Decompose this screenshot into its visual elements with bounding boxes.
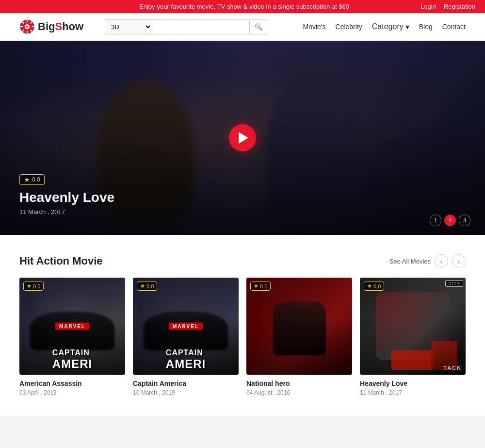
rating-value-2: 0.0: [146, 283, 154, 289]
search-area: 3D Movies TV Shows 🔍: [105, 19, 268, 34]
movie-rating-badge-1: ★ 0.0: [23, 282, 44, 291]
hero-dot-1[interactable]: 1: [430, 215, 441, 226]
hero-dot-2[interactable]: 2: [444, 215, 456, 226]
star-icon-2: ★: [140, 283, 145, 289]
marvel-badge-1: MARVEL: [55, 323, 89, 330]
hero-title: Heavenly Love: [19, 190, 114, 205]
section-title: Hit Action Movie: [19, 255, 103, 267]
movie-rating-badge-3: ★ 0.0: [250, 282, 271, 291]
movie-card-2[interactable]: MARVEL CAPTAINAMERI ★ 0.0 Captain Americ…: [133, 278, 239, 396]
hero-date: 11 March , 2017: [19, 208, 114, 216]
movie-card-4[interactable]: CITY TACK ★ 0.0 Heavenly Love 11 March ,…: [360, 278, 466, 396]
movies-section-header: Hit Action Movie See All Movies ‹ ›: [19, 254, 466, 268]
star-icon-1: ★: [27, 283, 32, 289]
hero-dot-3[interactable]: 3: [459, 215, 470, 226]
movie-date-3: 04 August , 2016: [246, 389, 352, 396]
search-input[interactable]: [152, 20, 249, 33]
movies-grid: MARVEL CAPTAINAMERI ★ 0.0 American Assas…: [19, 278, 466, 396]
movie-poster-2: MARVEL CAPTAINAMERI ★ 0.0: [133, 278, 239, 375]
search-button[interactable]: 🔍: [249, 20, 268, 33]
rating-value-3: 0.0: [260, 283, 267, 289]
star-icon: ★: [24, 176, 30, 183]
nav-contact[interactable]: Contact: [442, 23, 466, 31]
movie-poster-3: ★ 0.0: [246, 278, 352, 375]
nav-category-dropdown[interactable]: Category ▾: [372, 22, 409, 32]
top-banner: Enjoy your favourite movie, TV show & vi…: [0, 0, 485, 13]
logo-text: BigShow: [38, 20, 83, 33]
header: BigShow 3D Movies TV Shows 🔍 Movie's Cel…: [0, 13, 485, 41]
nav-blog[interactable]: Blog: [419, 23, 433, 31]
rating-value-1: 0.0: [33, 283, 40, 289]
hero-section: ★ 0.0 Heavenly Love 11 March , 2017 1 2 …: [0, 41, 485, 235]
poster-text-1: CAPTAINAMERI: [52, 348, 92, 371]
movie-poster-4: CITY TACK ★ 0.0: [360, 278, 466, 375]
chevron-down-icon: ▾: [405, 22, 409, 32]
banner-links: Login Registation: [420, 3, 475, 10]
left-arrow-icon: ‹: [440, 258, 442, 265]
see-all-link[interactable]: See All Movies: [389, 258, 431, 265]
hero-info: ★ 0.0 Heavenly Love 11 March , 2017: [19, 174, 114, 216]
poster-text-2: CAPTAINAMERI: [166, 348, 206, 371]
rating-value-4: 0.0: [373, 283, 381, 289]
login-link[interactable]: Login: [420, 3, 436, 10]
logo[interactable]: BigShow: [19, 19, 83, 34]
movie-date-2: 10 March , 2019: [133, 389, 239, 396]
movie-date-4: 11 March , 2017: [360, 389, 466, 396]
next-arrow-button[interactable]: ›: [452, 254, 466, 268]
marvel-badge-2: MARVEL: [169, 323, 203, 330]
star-icon-4: ★: [367, 283, 372, 289]
prev-arrow-button[interactable]: ‹: [435, 254, 448, 268]
movie-rating-badge-4: ★ 0.0: [364, 282, 384, 291]
movie-card-1[interactable]: MARVEL CAPTAINAMERI ★ 0.0 American Assas…: [19, 278, 125, 396]
nav-movies[interactable]: Movie's: [303, 23, 326, 31]
search-type-select[interactable]: 3D Movies TV Shows: [105, 20, 152, 34]
play-button[interactable]: [229, 124, 256, 151]
star-icon-3: ★: [254, 283, 259, 289]
movie-card-3[interactable]: ★ 0.0 National hero 04 August , 2016: [246, 278, 352, 396]
banner-text: Enjoy your favourite movie, TV show & vi…: [68, 3, 420, 10]
main-nav: Movie's Celebrity Category ▾ Blog Contac…: [303, 22, 466, 32]
movie-title-2: Captain America: [133, 380, 239, 387]
search-icon: 🔍: [255, 23, 263, 31]
hero-rating-badge: ★ 0.0: [19, 174, 45, 185]
movie-poster-1: MARVEL CAPTAINAMERI ★ 0.0: [19, 278, 125, 375]
hero-pagination: 1 2 3: [430, 215, 470, 226]
movie-title-1: American Assassin: [19, 380, 125, 387]
svg-point-2: [26, 26, 28, 28]
hero-rating-value: 0.0: [32, 176, 40, 183]
logo-icon: [19, 19, 35, 34]
movie-rating-badge-2: ★ 0.0: [137, 282, 157, 291]
movie-title-4: Heavenly Love: [360, 380, 466, 387]
nav-category-label: Category: [372, 22, 404, 31]
main-content: Hit Action Movie See All Movies ‹ › MARV…: [0, 235, 485, 415]
movie-title-3: National hero: [246, 380, 352, 387]
right-arrow-icon: ›: [458, 258, 460, 265]
section-actions: See All Movies ‹ ›: [389, 254, 466, 268]
nav-celebrity[interactable]: Celebrity: [336, 23, 362, 31]
movie-date-1: 03 April , 2019: [19, 389, 125, 396]
register-link[interactable]: Registation: [444, 3, 475, 10]
